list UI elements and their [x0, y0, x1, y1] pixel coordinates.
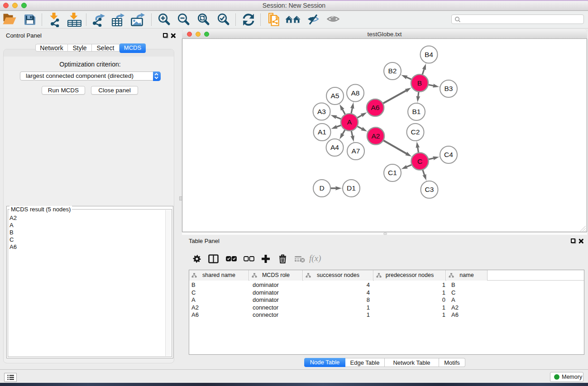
svg-text:A: A — [347, 118, 352, 126]
svg-text:D: D — [319, 184, 324, 192]
svg-text:A6: A6 — [371, 104, 380, 111]
svg-text:A3: A3 — [317, 108, 326, 115]
svg-text:A5: A5 — [331, 92, 339, 100]
svg-text:B3: B3 — [445, 85, 453, 92]
svg-text:A8: A8 — [351, 89, 360, 97]
svg-text:B: B — [417, 79, 422, 87]
svg-text:D1: D1 — [347, 184, 356, 192]
svg-text:A1: A1 — [318, 128, 326, 136]
svg-text:A4: A4 — [330, 143, 339, 151]
svg-text:B1: B1 — [412, 108, 421, 115]
svg-text:C1: C1 — [388, 169, 397, 176]
svg-text:A7: A7 — [352, 147, 360, 155]
svg-text:B2: B2 — [388, 67, 397, 75]
svg-text:C: C — [417, 157, 422, 165]
svg-text:C3: C3 — [425, 186, 434, 193]
svg-text:B4: B4 — [425, 51, 433, 58]
svg-text:C4: C4 — [444, 151, 453, 158]
svg-text:A2: A2 — [372, 132, 380, 140]
svg-text:C2: C2 — [411, 128, 420, 136]
